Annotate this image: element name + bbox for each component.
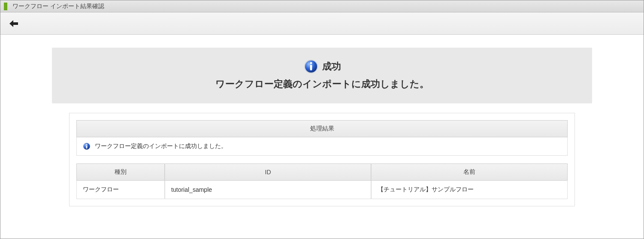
cell-name: 【チュートリアル】サンプルフロー <box>371 181 568 199</box>
result-header: 処理結果 <box>76 120 568 137</box>
toolbar <box>0 12 644 35</box>
table-row: ワークフロー tutorial_sample 【チュートリアル】サンプルフロー <box>76 181 568 199</box>
table-row: ワークフロー定義のインポートに成功しました。 <box>76 137 568 156</box>
cell-type: ワークフロー <box>76 181 165 199</box>
back-button[interactable] <box>8 18 19 29</box>
col-type: 種別 <box>76 163 165 181</box>
arrow-left-icon <box>9 20 19 27</box>
status-message: ワークフロー定義のインポートに成功しました。 <box>60 78 584 91</box>
col-id: ID <box>165 163 371 181</box>
status-title: 成功 <box>322 60 341 73</box>
svg-rect-3 <box>310 65 312 70</box>
detail-table: 種別 ID 名前 ワークフロー tutorial_sample 【チュートリアル… <box>76 163 568 199</box>
svg-point-6 <box>86 144 88 145</box>
page-title: ワークフロー インポート結果確認 <box>12 3 104 10</box>
status-banner: 成功 ワークフロー定義のインポートに成功しました。 <box>52 48 592 103</box>
result-message: ワークフロー定義のインポートに成功しました。 <box>95 142 227 150</box>
info-icon <box>303 59 319 74</box>
cell-id: tutorial_sample <box>165 181 371 199</box>
accent-mark <box>4 3 7 10</box>
svg-rect-7 <box>86 145 88 148</box>
result-panel: 処理結果 <box>69 113 575 206</box>
titlebar: ワークフロー インポート結果確認 <box>0 0 644 12</box>
info-icon <box>83 142 91 150</box>
result-table: 処理結果 <box>76 120 568 156</box>
col-name: 名前 <box>371 163 568 181</box>
svg-point-2 <box>310 62 312 64</box>
